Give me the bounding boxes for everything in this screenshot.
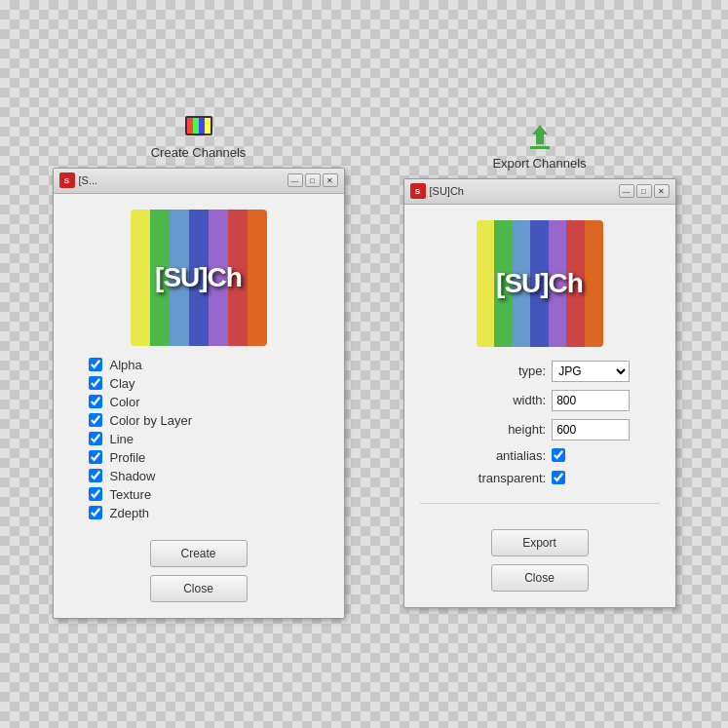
export-channels-title: Export Channels — [492, 156, 586, 171]
export-titlebar: S [SU]Ch — □ ✕ — [404, 179, 675, 205]
export-buttons: Export Close — [420, 521, 660, 592]
svg-rect-1 — [187, 118, 193, 134]
shadow-checkbox[interactable] — [89, 469, 102, 482]
export-logo-text: [SU]Ch — [496, 268, 583, 299]
width-label: width: — [449, 393, 547, 407]
export-channels-icon — [524, 121, 556, 152]
svg-marker-5 — [532, 125, 548, 144]
color-label: Color — [110, 395, 140, 409]
antialias-checkbox[interactable] — [552, 448, 565, 462]
logo-text: [SU]Ch — [155, 262, 242, 293]
stripe-1 — [131, 210, 150, 346]
checkbox-alpha: Alpha — [89, 358, 328, 372]
checkbox-list: Alpha Clay Color Color by Layer Line — [69, 358, 328, 520]
checkbox-zdepth: Zdepth — [89, 506, 328, 520]
checkbox-clay: Clay — [89, 376, 328, 391]
export-form: type: JPG PNG BMP width: height: antiali… — [420, 361, 660, 485]
create-window: S [S... — □ ✕ [SU]Ch — [53, 168, 345, 619]
type-label: type: — [449, 364, 547, 378]
create-buttons: Create Close — [69, 532, 328, 602]
export-content: [SU]Ch type: JPG PNG BMP width: height: … — [404, 205, 675, 607]
profile-label: Profile — [110, 450, 146, 465]
color-checkbox[interactable] — [89, 395, 102, 408]
shadow-label: Shadow — [110, 469, 156, 483]
color-by-layer-label: Color by Layer — [110, 413, 193, 428]
alpha-checkbox[interactable] — [89, 358, 102, 371]
texture-label: Texture — [110, 487, 152, 502]
create-maximize-btn[interactable]: □ — [305, 173, 321, 187]
texture-checkbox[interactable] — [89, 487, 102, 501]
export-logo: [SU]Ch — [477, 220, 603, 347]
height-input[interactable] — [552, 419, 630, 441]
checkbox-color-by-layer: Color by Layer — [89, 413, 328, 428]
create-titlebar: S [S... — □ ✕ — [54, 169, 344, 194]
checkbox-line: Line — [89, 432, 328, 446]
create-logo: [SU]Ch — [131, 210, 267, 346]
checkbox-color: Color — [89, 395, 328, 409]
export-minimize-btn[interactable]: — — [619, 184, 634, 198]
create-close-btn[interactable]: ✕ — [323, 173, 338, 187]
checkbox-texture: Texture — [89, 487, 328, 502]
width-input[interactable] — [552, 390, 630, 411]
svg-rect-3 — [199, 118, 205, 134]
create-channels-section: Create Channels S [S... — □ ✕ — [53, 110, 345, 619]
antialias-label: antialias: — [449, 448, 547, 463]
export-window: S [SU]Ch — □ ✕ [SU]Ch — [403, 178, 676, 608]
create-channels-title: Create Channels — [151, 145, 247, 160]
export-maximize-btn[interactable]: □ — [636, 184, 652, 198]
alpha-label: Alpha — [110, 358, 142, 372]
zdepth-checkbox[interactable] — [89, 506, 102, 519]
create-close-button[interactable]: Close — [150, 575, 248, 602]
export-titlebar-icon: S — [410, 183, 426, 199]
create-button[interactable]: Create — [150, 540, 248, 567]
svg-rect-2 — [193, 118, 199, 134]
exp-stripe-7 — [585, 220, 603, 347]
line-label: Line — [110, 432, 134, 446]
clay-checkbox[interactable] — [89, 376, 102, 390]
create-titlebar-icon: S — [59, 172, 75, 188]
create-minimize-btn[interactable]: — — [287, 173, 303, 187]
transparent-checkbox[interactable] — [552, 471, 565, 484]
create-channels-icon — [183, 110, 214, 141]
create-titlebar-text: [S... — [79, 174, 284, 186]
export-header: Export Channels — [492, 121, 586, 171]
profile-checkbox[interactable] — [89, 450, 102, 464]
stripe-7 — [248, 210, 267, 346]
exp-stripe-1 — [477, 220, 495, 347]
export-titlebar-buttons: — □ ✕ — [619, 184, 670, 198]
checkbox-profile: Profile — [89, 450, 328, 465]
color-by-layer-checkbox[interactable] — [89, 413, 102, 427]
create-titlebar-buttons: — □ ✕ — [287, 173, 338, 187]
line-checkbox[interactable] — [89, 432, 102, 445]
type-select[interactable]: JPG PNG BMP — [552, 361, 630, 382]
svg-rect-6 — [530, 146, 550, 149]
export-channels-section: Export Channels S [SU]Ch — □ ✕ — [403, 121, 676, 608]
transparent-label: transparent: — [449, 471, 547, 485]
create-header: Create Channels — [151, 110, 247, 160]
clay-label: Clay — [110, 376, 135, 391]
export-close-button[interactable]: Close — [491, 564, 589, 592]
svg-rect-4 — [205, 118, 211, 134]
checkbox-shadow: Shadow — [89, 469, 328, 483]
export-button[interactable]: Export — [491, 529, 589, 556]
export-titlebar-text: [SU]Ch — [430, 185, 615, 197]
create-content: [SU]Ch Alpha Clay Color Color by Layer — [54, 194, 344, 618]
height-label: height: — [449, 422, 547, 437]
export-separator — [420, 503, 660, 504]
export-close-btn[interactable]: ✕ — [654, 184, 670, 198]
zdepth-label: Zdepth — [110, 506, 149, 520]
